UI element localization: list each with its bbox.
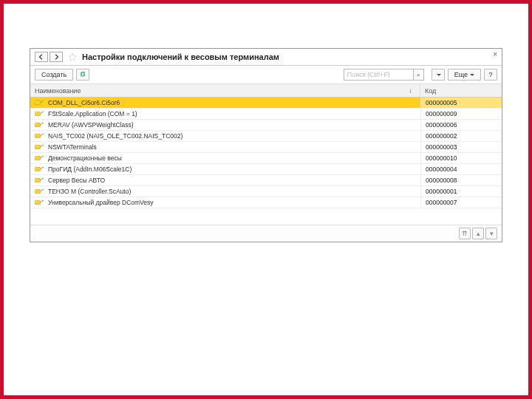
page-title: Настройки подключений к весовым терминал… [82,52,279,61]
cell-name: Демонстрационные весы [30,153,420,163]
cell-name-text: Сервер Весы АВТО [48,177,105,184]
cell-name: FStScale.Application (COM = 1) [30,109,420,119]
cell-name: ПроГИД (AddIn.M06Scale1C) [30,164,420,174]
table-row[interactable]: FStScale.Application (COM = 1)000000009 [30,109,502,120]
svg-rect-5 [35,101,37,102]
cell-name-text: FStScale.Application (COM = 1) [48,110,137,117]
table-row[interactable]: MERAV (AWVSPWeightClass)000000006 [30,120,502,131]
svg-point-30 [42,189,44,191]
cell-name: NSWTATerminals [30,142,420,152]
forward-button[interactable] [50,52,63,62]
svg-rect-10 [35,123,41,127]
terminal-icon [35,177,44,184]
cell-code: 000000004 [420,164,502,174]
search-group: × [344,69,424,81]
svg-rect-14 [35,134,37,135]
app-window: Настройки подключений к весовым терминал… [30,48,502,242]
search-input[interactable] [344,69,414,81]
svg-point-33 [42,200,44,202]
svg-rect-7 [35,112,41,116]
more-button[interactable]: Еще [448,69,481,81]
cell-code: 000000010 [420,153,502,163]
close-button[interactable]: × [493,51,497,58]
scroll-up-button[interactable]: ▴ [472,228,484,239]
svg-rect-32 [35,201,37,202]
star-icon [68,52,77,61]
svg-point-21 [42,156,44,157]
svg-rect-11 [35,123,37,124]
table-row[interactable]: ТЕНЗО М (Controller.ScAuto)000000001 [30,186,502,197]
cell-name-text: Универсальный драйвер DComVesy [48,199,154,206]
cell-name-text: MERAV (AWVSPWeightClass) [48,121,134,129]
cell-name: MERAV (AWVSPWeightClass) [30,120,420,130]
table-row[interactable]: Универсальный драйвер DComVesy000000007 [30,197,502,208]
find-button[interactable] [432,69,445,81]
column-header-name-label: Наименование [35,87,81,95]
svg-rect-19 [35,157,41,160]
svg-rect-26 [35,179,37,180]
favorite-button[interactable] [67,52,78,62]
table-row[interactable]: ПроГИД (AddIn.M06Scale1C)000000004 [30,164,502,175]
cell-name-text: COM_DLL_Ci5or6.Ci5or6 [48,99,120,106]
scroll-first-button[interactable]: ⇈ [459,228,471,239]
svg-rect-8 [35,112,37,113]
cell-name: NAIS_TC002 (NAIS_OLE_TC002.NAIS_TC002) [30,131,420,141]
svg-point-9 [42,112,44,113]
terminal-icon [35,121,44,129]
svg-point-27 [42,178,44,180]
terminal-icon [35,188,44,195]
cell-code: 000000007 [420,197,502,208]
cell-name: COM_DLL_Ci5or6.Ci5or6 [30,98,420,108]
search-clear-button[interactable]: × [414,69,424,81]
svg-rect-23 [35,168,37,168]
table-row[interactable]: NSWTATerminals000000003 [30,142,502,153]
cell-code: 000000009 [420,109,502,119]
help-button[interactable]: ? [484,69,497,81]
footer-nav: ⇈ ▴ ▾ [30,225,502,242]
svg-rect-31 [35,201,41,205]
table-row[interactable]: Сервер Весы АВТО000000008 [30,175,502,186]
table-row[interactable]: COM_DLL_Ci5or6.Ci5or6000000005 [30,98,502,109]
svg-rect-22 [35,168,41,171]
svg-rect-17 [35,146,37,146]
cell-name-text: NSWTATerminals [48,143,97,151]
svg-rect-16 [35,146,41,149]
svg-point-18 [42,145,44,146]
cell-name-text: ТЕНЗО М (Controller.ScAuto) [48,188,131,195]
create-button[interactable]: Создать [35,69,73,81]
terminal-icon [35,99,44,106]
cell-code: 000000005 [420,98,502,108]
table-body: COM_DLL_Ci5or6.Ci5or6000000005FStScale.A… [30,98,502,208]
terminal-icon [35,154,44,162]
back-button[interactable] [35,52,48,62]
svg-rect-13 [35,134,41,138]
table-row[interactable]: NAIS_TC002 (NAIS_OLE_TC002.NAIS_TC002)00… [30,131,502,142]
svg-point-12 [42,123,44,124]
table-header: Наименование ↓ Код [30,84,502,98]
titlebar: Настройки подключений к весовым терминал… [30,49,502,66]
cell-name: ТЕНЗО М (Controller.ScAuto) [30,186,420,197]
scroll-down-button[interactable]: ▾ [485,228,497,239]
terminal-icon [35,110,44,117]
terminal-icon [35,132,44,140]
cell-name-text: NAIS_TC002 (NAIS_OLE_TC002.NAIS_TC002) [48,132,183,140]
svg-rect-20 [35,157,37,157]
svg-point-15 [42,134,44,135]
table-empty-space [30,208,502,225]
chevron-down-icon [437,74,441,76]
arrow-right-icon [53,54,59,60]
svg-rect-25 [35,179,41,183]
arrow-left-icon [38,54,44,60]
cell-code: 000000006 [420,120,502,130]
cell-code: 000000002 [420,131,502,141]
cell-name-text: Демонстрационные весы [48,154,122,162]
terminal-icon [35,166,44,173]
column-header-name[interactable]: Наименование ↓ [30,84,420,97]
terminal-icon [35,199,44,206]
column-header-code[interactable]: Код [420,84,502,97]
data-table: Наименование ↓ Код COM_DLL_Ci5or6.Ci5or6… [30,84,502,225]
table-row[interactable]: Демонстрационные весы000000010 [30,153,502,164]
more-label: Еще [454,71,468,78]
copy-button[interactable] [76,69,89,81]
chevron-down-icon [470,74,474,76]
